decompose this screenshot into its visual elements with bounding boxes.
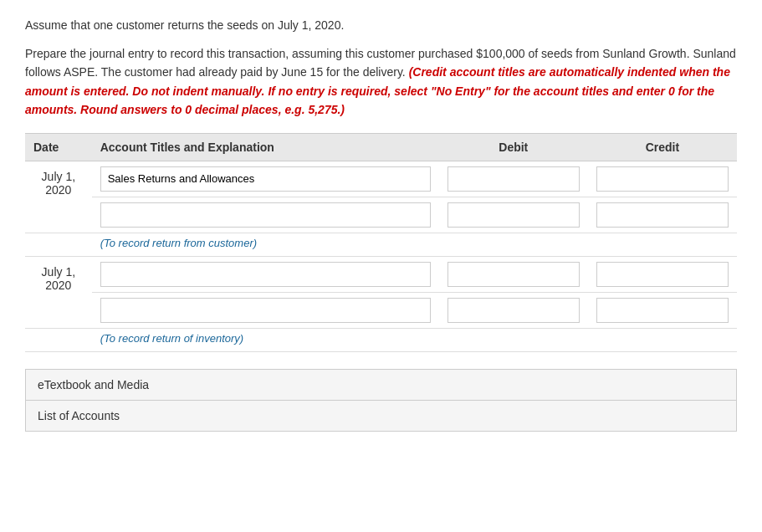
entry1-debit2-cell [439, 197, 588, 233]
entry2-debit2-cell [439, 292, 588, 328]
entry2-credit1-cell [588, 256, 737, 292]
entry1-credit1-input[interactable] [596, 166, 729, 192]
entry2-account2-input[interactable] [100, 298, 431, 323]
header-credit: Credit [588, 133, 737, 161]
entry1-debit2-input[interactable] [447, 202, 580, 228]
entry2-note: (To record return of inventory) [92, 328, 737, 351]
entry1-account2-input[interactable] [100, 202, 431, 228]
entry1-debit1-cell [439, 161, 588, 197]
entry2-debit2-input[interactable] [447, 298, 580, 323]
intro-line1: Assume that one customer returns the see… [25, 17, 737, 34]
header-debit: Debit [439, 133, 588, 161]
header-account: Account Titles and Explanation [92, 133, 439, 161]
entry1-account1-cell [92, 161, 439, 197]
entry1-row1: July 1,2020 [25, 161, 737, 197]
entry2-account1-input[interactable] [100, 262, 431, 287]
entry1-note-spacer [25, 233, 92, 256]
entry2-credit2-input[interactable] [596, 298, 729, 323]
etextbook-button[interactable]: eTextbook and Media [25, 369, 737, 401]
entry1-date: July 1,2020 [25, 161, 92, 233]
list-of-accounts-button[interactable]: List of Accounts [25, 401, 737, 432]
entry2-account1-cell [92, 256, 439, 292]
entry1-account1-input[interactable] [100, 166, 431, 192]
entry2-date: July 1,2020 [25, 256, 92, 328]
entry1-credit2-input[interactable] [596, 202, 729, 228]
entry2-note-spacer [25, 328, 92, 351]
header-date: Date [25, 133, 92, 161]
entry1-credit1-cell [588, 161, 737, 197]
entry2-credit1-input[interactable] [596, 262, 729, 287]
entry2-row1: July 1,2020 [25, 256, 737, 292]
entry2-debit1-cell [439, 256, 588, 292]
entry1-row2 [25, 197, 737, 233]
entry2-note-row: (To record return of inventory) [25, 328, 737, 351]
entry1-note-row: (To record return from customer) [25, 233, 737, 256]
entry1-account2-cell [92, 197, 439, 233]
entry1-credit2-cell [588, 197, 737, 233]
entry1-debit1-input[interactable] [447, 166, 580, 192]
entry2-account2-cell [92, 292, 439, 328]
entry2-debit1-input[interactable] [447, 262, 580, 287]
instruction-text: Prepare the journal entry to record this… [25, 44, 737, 120]
entry2-row2 [25, 292, 737, 328]
entry1-note: (To record return from customer) [92, 233, 737, 256]
entry2-credit2-cell [588, 292, 737, 328]
journal-table: Date Account Titles and Explanation Debi… [25, 133, 737, 352]
